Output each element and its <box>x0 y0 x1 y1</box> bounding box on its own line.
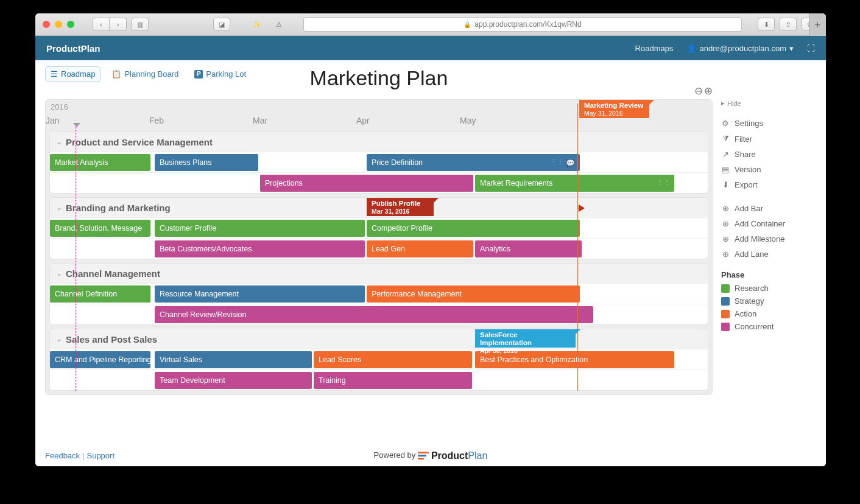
gantt-bar[interactable]: Lead Scores <box>314 351 472 368</box>
sidebar-add-milestone[interactable]: ⊕Add Milestone <box>721 231 816 247</box>
gantt-bar[interactable]: Channel Review/Revision <box>155 306 593 323</box>
sidebar-export[interactable]: ⬇Export <box>721 177 816 192</box>
sidebar-add-lane[interactable]: ⊕Add Lane <box>721 247 816 262</box>
warning-icon[interactable]: ⚠ <box>270 18 287 31</box>
legend-swatch <box>721 284 730 293</box>
bars-icon: ☰ <box>51 69 58 79</box>
milestone-marketing-review[interactable]: Marketing Review May 31, 2016 <box>579 100 649 118</box>
lane-header[interactable]: ⌄Sales and Post SalesSalesForce Implemen… <box>50 329 708 349</box>
forward-button[interactable]: › <box>110 18 127 31</box>
gantt-bar[interactable]: Price Definition💬⋮⋮ <box>367 154 580 171</box>
tab-parking-lot[interactable]: P Parking Lot <box>189 67 251 81</box>
gantt-bar[interactable]: Channel Definition <box>50 285 150 303</box>
user-menu[interactable]: 👤 andre@productplan.com ▾ <box>686 44 794 53</box>
parking-icon: P <box>194 70 203 79</box>
caret-right-icon: ▸ <box>721 99 725 107</box>
gantt-bar[interactable]: Brand, Solution, Message <box>50 220 150 237</box>
back-button[interactable]: ‹ <box>93 18 110 31</box>
milestone-salesforce[interactable]: SalesForce ImplementationApr 30, 2016 <box>475 329 576 348</box>
lane-row: Market AnalysisBusiness PlansPrice Defin… <box>50 152 708 172</box>
drag-handle-icon[interactable]: ⋮⋮ <box>657 179 671 186</box>
downloads-button[interactable]: ⬇ <box>758 18 775 31</box>
gantt-bar[interactable]: Projections <box>260 175 473 192</box>
nav-roadmaps[interactable]: Roadmaps <box>635 44 674 53</box>
milestone-publish-profile[interactable]: Publish ProfileMar 31, 2016 <box>367 198 434 216</box>
tab-planning-label: Planning Board <box>124 69 178 79</box>
lane-row: Channel Review/Revision <box>50 304 708 324</box>
gantt-bar[interactable]: Performance Management <box>367 285 580 303</box>
gantt-bar[interactable]: Training <box>314 372 472 389</box>
share-icon: ↗ <box>721 150 730 159</box>
sidebar-toggle[interactable]: ▥ <box>132 18 149 31</box>
gantt-bar[interactable]: Analytics <box>475 240 582 257</box>
legend-label: Action <box>735 309 756 318</box>
drag-handle-icon[interactable]: ⋮⋮ <box>551 158 564 165</box>
gantt-chart: 2016 JanFebMarAprMay Marketing Review Ma… <box>45 99 713 395</box>
address-bar[interactable]: 🔒 app.productplan.com/Kx1qwRNd ⟳ <box>303 17 742 32</box>
gantt-bar[interactable]: Competitor Profile <box>367 220 580 237</box>
fullscreen-icon[interactable]: ⛶ <box>807 44 815 53</box>
filter-icon: ⧩ <box>721 134 730 144</box>
sidebar-settings[interactable]: ⚙Settings <box>721 116 816 131</box>
lane-header[interactable]: ⌄Branding and MarketingPublish ProfileMa… <box>50 198 708 217</box>
tab-planning-board[interactable]: 📋 Planning Board <box>107 67 183 81</box>
gantt-bar[interactable]: Resource Management <box>155 285 365 303</box>
legend-item[interactable]: Concurrent <box>721 320 816 333</box>
zoom-in-icon[interactable]: ⊕ <box>704 85 713 97</box>
tab-roadmap[interactable]: ☰ Roadmap <box>45 66 100 82</box>
legend-item[interactable]: Strategy <box>721 295 816 307</box>
browser-window: ‹ › ▥ ◪ ✨ ⚠ 🔒 app.productplan.com/Kx1qwR… <box>35 13 826 466</box>
zoom-window[interactable] <box>67 21 74 28</box>
powered-by: Powered by ProductPlan <box>45 450 816 461</box>
lane: ⌄Product and Service ManagementMarket An… <box>49 131 708 194</box>
sidebar-add-bar[interactable]: ⊕Add Bar <box>721 201 816 216</box>
lane-header[interactable]: ⌄Product and Service Management <box>50 132 708 152</box>
sidebar-filter[interactable]: ⧩Filter <box>721 131 816 147</box>
legend-item[interactable]: Research <box>721 282 816 295</box>
extension-icon[interactable]: ◪ <box>213 18 230 31</box>
sidebar-share[interactable]: ↗Share <box>721 147 816 162</box>
gantt-bar[interactable]: Beta Customers/Advocates <box>155 240 365 257</box>
clipboard-icon: 📋 <box>111 69 121 79</box>
gantt-bar[interactable]: Customer Profile <box>155 220 365 237</box>
gantt-bar[interactable]: Market Requirements⋮⋮ <box>475 175 674 192</box>
milestone-title: Marketing Review <box>584 102 644 110</box>
gantt-bar[interactable]: CRM and Pipeline Reporting <box>50 351 150 368</box>
gear-icon: ⚙ <box>721 119 730 128</box>
lane-row: ProjectionsMarket Requirements⋮⋮ <box>50 172 708 193</box>
month-label: Jan <box>46 116 149 125</box>
lane-title: Sales and Post Sales <box>66 334 157 345</box>
lane-title: Product and Service Management <box>66 137 213 147</box>
gantt-bar[interactable]: Team Development <box>155 372 312 389</box>
app: ProductPlan Roadmaps 👤 andre@productplan… <box>35 36 826 466</box>
chevron-down-icon: ▾ <box>789 44 794 53</box>
gantt-bar[interactable]: Market Analysis <box>50 154 150 171</box>
gantt-bar[interactable]: Virtual Sales <box>155 351 312 368</box>
new-tab-button[interactable]: + <box>809 13 826 36</box>
minimize-window[interactable] <box>55 21 62 28</box>
share-button[interactable]: ⇧ <box>780 18 797 31</box>
today-marker <box>73 123 80 127</box>
user-email: andre@productplan.com <box>699 44 786 53</box>
wand-icon[interactable]: ✨ <box>248 18 266 31</box>
lane-row: CRM and Pipeline ReportingVirtual SalesL… <box>50 349 708 369</box>
legend-label: Concurrent <box>735 322 774 331</box>
brand[interactable]: ProductPlan <box>46 43 100 54</box>
tab-parking-label: Parking Lot <box>206 69 246 79</box>
productplan-logo[interactable]: ProductPlan <box>418 450 487 461</box>
hide-sidebar[interactable]: ▸Hide <box>721 99 816 107</box>
close-window[interactable] <box>43 21 50 28</box>
sidebar-version[interactable]: ▤Version <box>721 162 816 177</box>
gantt-bar[interactable]: Lead Gen <box>367 240 473 257</box>
comment-icon[interactable]: 💬 <box>566 159 575 167</box>
milestone-tail <box>579 205 585 212</box>
lane-row: Brand, Solution, MessageCustomer Profile… <box>50 217 708 238</box>
gantt-bar[interactable]: Business Plans <box>155 154 258 171</box>
lane: ⌄Channel ManagementChannel DefinitionRes… <box>49 263 708 325</box>
sidebar-add-container[interactable]: ⊕Add Container <box>721 216 816 231</box>
lane-row: Channel DefinitionResource ManagementPer… <box>50 283 708 304</box>
legend-item[interactable]: Action <box>721 307 816 320</box>
lane-header[interactable]: ⌄Channel Management <box>50 264 708 283</box>
zoom-out-icon[interactable]: ⊖ <box>694 85 703 97</box>
month-label: Apr <box>356 116 460 125</box>
